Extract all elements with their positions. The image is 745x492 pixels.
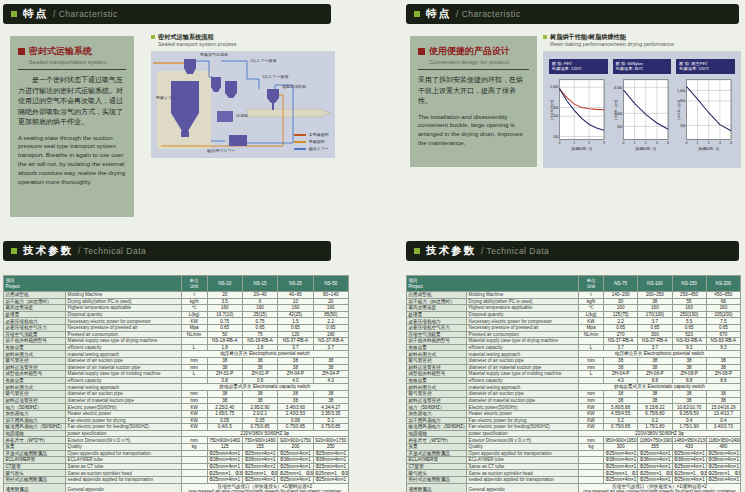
feature-box-convenient-design: 使用便捷的产品设计 Convenient design for product … <box>410 36 537 167</box>
row-label-en: material testing approach <box>467 384 579 391</box>
value-cell: NS-37-RB-A <box>604 338 638 345</box>
header-title-en: / Characteristic <box>456 9 521 19</box>
row-label-en: Fan electric power for feeding(50/60HZ) <box>66 424 182 431</box>
svg-text:0: 0 <box>622 140 624 144</box>
value-cell: 8.15/8.22 <box>638 404 672 411</box>
value-cell: 140~200 <box>604 292 638 299</box>
value-cell: Φ25mm×4m×1 <box>207 477 242 484</box>
value-cell: Φ38mm×4m×1 <box>207 457 242 464</box>
table-row: 电力（50/60HZ）Electric power(50/60Hz)KW2.25… <box>4 404 349 411</box>
chart-header: 树 脂: 66Nylon乾燥温度: 80℃ <box>613 59 672 74</box>
value-cell: 2.2 <box>604 318 638 325</box>
span-value: 220V/380V 50/60HZ 3φ <box>578 430 740 437</box>
value-cell: 38 <box>706 397 740 404</box>
mini-line-chart: 5,0001,0005001000123[乾燥時間－h][水分率－ppm] <box>549 77 607 157</box>
unit-cell: L(kg) <box>578 311 603 318</box>
value-cell: Φ38mm×4m×1 <box>278 457 313 464</box>
svg-text:[乾燥時間－h]: [乾燥時間－h] <box>635 146 655 151</box>
model-header: NS-75 <box>604 276 638 292</box>
value-cell: Φ25mm×4m×1 <box>313 450 348 457</box>
value-cell: Φ25mm×4m×1 <box>278 450 313 457</box>
value-cell: 38 <box>638 391 672 398</box>
row-label-en: Fan electric power for drying <box>467 417 579 424</box>
header-title-cn: 特点 <box>23 7 48 21</box>
value-cell: 0.75 <box>242 318 277 325</box>
row-label-en: ECLAYMER tube <box>467 457 579 464</box>
row-label-en: Necessary pressure of pressed air <box>467 324 579 331</box>
unit-cell: t <box>578 292 603 299</box>
unit-cell: Mpa <box>578 324 603 331</box>
chart-header: 树 脂: 再生PET乾燥温度: 120℃ <box>676 59 735 74</box>
unit-cell <box>181 338 207 345</box>
row-label-en: Same as suction sprinkler head <box>66 470 182 477</box>
value-cell: 75 <box>242 331 277 338</box>
row-label-en: Exterior Dimension(W x D x H) <box>66 437 182 444</box>
table-row: 压缩空气消耗量Pressed air consumptionNL/min2703… <box>407 331 741 338</box>
unit-cell: mm <box>578 437 603 444</box>
table-row: 输送用风扇电力（50/60HZ）Fan electric power for f… <box>4 424 349 431</box>
value-cell: 25(15) <box>242 311 277 318</box>
value-cell: 8.8 <box>706 377 740 384</box>
svg-text:4,000: 4,000 <box>614 85 622 89</box>
unit-cell: KW <box>181 417 207 424</box>
row-label-en: General appendix <box>66 483 182 492</box>
value-cell: 38 <box>242 358 277 365</box>
row-label-cn: 吸气管直径 <box>4 358 66 365</box>
row-label-cn: 质量 <box>4 444 66 451</box>
diagram-label: 输送用ブロワー <box>207 148 235 153</box>
performance-chart: 树 脂: 66Nylon乾燥温度: 80℃4,0001,00050001234[… <box>613 59 672 160</box>
row-label-en: efficient capacity <box>467 344 579 351</box>
value-cell: Φ25mm×4m×1 <box>207 463 242 470</box>
row-label-en: efficient capacity <box>66 344 182 351</box>
row-label-en: diameter of air suction pipe <box>467 391 579 398</box>
row-label-cn: 加热器电力 <box>407 410 467 417</box>
value-cell: 20 <box>207 292 242 299</box>
row-label-cn: 密封式运输用附属品 <box>4 477 66 484</box>
span-value: 220V/380V 50/60HZ 3φ <box>181 430 348 437</box>
value-cell: 750×900×1460 <box>207 437 242 444</box>
value-cell: Φ25mm×4m×1 <box>672 477 706 484</box>
row-label-en: Quality <box>467 444 579 451</box>
value-cell: 3.7 <box>638 318 672 325</box>
value-cell: Φ25mm×4m×1 <box>672 450 706 457</box>
row-label-en: Heater electric power <box>467 410 579 417</box>
value-cell: 160 <box>706 305 740 312</box>
green-square-icon <box>414 248 420 254</box>
svg-text:[水分率－ppm]: [水分率－ppm] <box>614 99 618 119</box>
row-label-cn: ECLAYMER管 <box>407 457 467 464</box>
row-label-en: Necessary pressure of pressed air <box>66 324 182 331</box>
value-cell: 2.2 <box>313 318 348 325</box>
unit-cell <box>181 463 207 470</box>
table-row: 压缩空气消耗量Pressed air consumptionNL/min5075… <box>4 331 349 338</box>
value-cell: Φ38mm×4m×1 <box>242 457 277 464</box>
value-cell: Φ38mm×4m×1 <box>313 457 348 464</box>
row-label-en: Electric power(50/60Hz) <box>467 404 579 411</box>
unit-cell: mm <box>578 364 603 371</box>
row-label-cn: 材料检测方式 <box>407 351 467 358</box>
row-label-cn: 材料运送管直径 <box>4 364 66 371</box>
table-row: 材料运送管直径diameter of air material suction … <box>4 364 349 371</box>
table-row: 吸气喷头Same as suction sprinkler headΦ25mm×… <box>407 470 741 477</box>
value-cell: 0.08 <box>278 417 313 424</box>
table-row: CT胶管Same as CT tubeΦ25mm×4m×1Φ25mm×4m×1Φ… <box>4 463 349 470</box>
svg-text:3: 3 <box>719 140 721 144</box>
charts-section-label: 树脂烘干性能/树脂烘燥性能 Resin baking performance/r… <box>543 33 674 48</box>
value-cell: 38 <box>604 397 638 404</box>
header-row: 项目Project单位UnitNS-75NS-100NS-150NS-200 <box>407 276 741 292</box>
span-line: 电浮棒位开关 Electrophonic potential switch <box>183 351 346 357</box>
span-line: 电浮棒位开关 Electrophonic potential switch <box>580 351 738 357</box>
value-cell: ZH-08-P <box>706 371 740 378</box>
diagram-label-en: Sealed transport system process <box>158 41 237 48</box>
value-cell: 38 <box>672 391 706 398</box>
value-cell: 38 <box>672 397 706 404</box>
diagram-label: 过滤器 <box>236 113 248 118</box>
unit-cell: KW <box>578 410 603 417</box>
span-value: 静电容量式开关 Electrostatic capacity switch <box>181 384 348 391</box>
characteristic-header: 特点 / Characteristic <box>3 4 331 24</box>
diagram-label: 乾燥排气过滤器 <box>200 52 228 57</box>
value-cell: Φ25mm×1、Φ38mm×1 <box>638 470 672 477</box>
row-label-cn: 电力（50/60HZ） <box>4 404 66 411</box>
value-cell: 4.34/4.27 <box>313 404 348 411</box>
row-label-cn: 处理量 <box>407 311 467 318</box>
svg-text:2: 2 <box>708 140 710 144</box>
